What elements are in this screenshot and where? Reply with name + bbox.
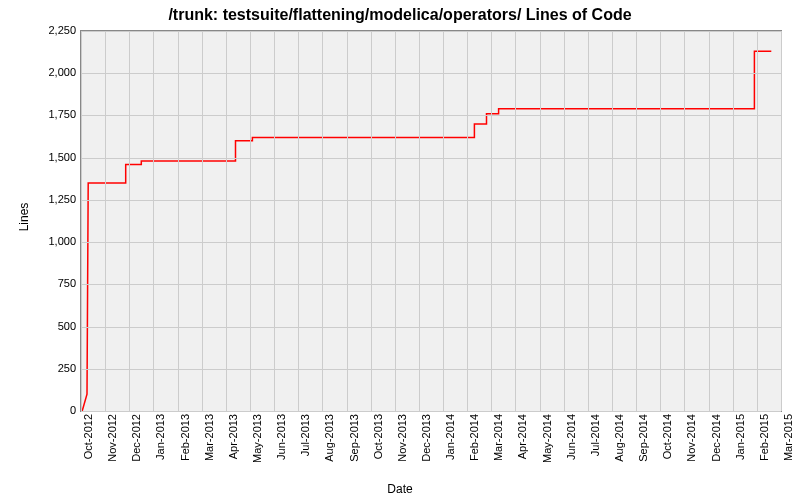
y-tick: 2,000: [26, 66, 76, 78]
y-tick: 1,750: [26, 108, 76, 120]
grid-line-h: [81, 327, 781, 328]
grid-line-h: [81, 115, 781, 116]
x-tick: Mar-2015: [782, 414, 794, 474]
grid-line-v: [105, 31, 106, 411]
grid-line-h: [81, 369, 781, 370]
chart-title: /trunk: testsuite/flattening/modelica/op…: [0, 6, 800, 24]
loc-chart: /trunk: testsuite/flattening/modelica/op…: [0, 0, 800, 500]
y-tick: 1,000: [26, 235, 76, 247]
x-tick: Mar-2014: [492, 414, 504, 474]
y-axis-label: Lines: [17, 203, 31, 232]
x-tick: Apr-2014: [516, 414, 528, 474]
x-tick: Jan-2014: [444, 414, 456, 474]
grid-line-v: [178, 31, 179, 411]
grid-line-v: [515, 31, 516, 411]
x-tick: Feb-2015: [758, 414, 770, 474]
grid-line-v: [153, 31, 154, 411]
y-tick: 2,250: [26, 24, 76, 36]
y-tick: 1,250: [26, 193, 76, 205]
x-tick: Feb-2014: [468, 414, 480, 474]
x-tick: Jan-2015: [734, 414, 746, 474]
grid-line-v: [612, 31, 613, 411]
x-tick: Oct-2012: [82, 414, 94, 474]
grid-line-h: [81, 31, 781, 32]
grid-line-v: [781, 31, 782, 411]
grid-line-v: [202, 31, 203, 411]
grid-line-v: [129, 31, 130, 411]
grid-line-v: [467, 31, 468, 411]
grid-line-h: [81, 200, 781, 201]
x-tick: Apr-2013: [227, 414, 239, 474]
grid-line-v: [298, 31, 299, 411]
grid-line-v: [588, 31, 589, 411]
grid-line-v: [733, 31, 734, 411]
grid-line-v: [636, 31, 637, 411]
x-tick: Sep-2014: [637, 414, 649, 474]
x-tick: Jul-2013: [299, 414, 311, 474]
y-tick: 750: [26, 277, 76, 289]
grid-line-v: [757, 31, 758, 411]
x-tick: Nov-2014: [685, 414, 697, 474]
x-tick: Jun-2013: [275, 414, 287, 474]
y-tick: 250: [26, 362, 76, 374]
x-tick: Aug-2014: [613, 414, 625, 474]
x-tick: Jul-2014: [589, 414, 601, 474]
x-tick: Feb-2013: [179, 414, 191, 474]
x-tick: Mar-2013: [203, 414, 215, 474]
grid-line-v: [274, 31, 275, 411]
x-tick: Nov-2013: [396, 414, 408, 474]
x-tick: May-2013: [251, 414, 263, 474]
grid-line-v: [347, 31, 348, 411]
x-tick: Dec-2013: [420, 414, 432, 474]
plot-area: [80, 30, 782, 412]
grid-line-v: [250, 31, 251, 411]
x-tick: Oct-2013: [372, 414, 384, 474]
grid-line-v: [709, 31, 710, 411]
x-tick: Sep-2013: [348, 414, 360, 474]
grid-line-v: [81, 31, 82, 411]
grid-line-v: [371, 31, 372, 411]
y-tick: 1,500: [26, 151, 76, 163]
grid-line-v: [226, 31, 227, 411]
x-tick: Nov-2012: [106, 414, 118, 474]
x-axis-label: Date: [0, 482, 800, 496]
grid-line-v: [322, 31, 323, 411]
x-tick: May-2014: [541, 414, 553, 474]
grid-line-h: [81, 411, 781, 412]
grid-line-h: [81, 284, 781, 285]
x-tick: Jun-2014: [565, 414, 577, 474]
grid-line-v: [443, 31, 444, 411]
data-line: [81, 31, 781, 411]
y-tick: 500: [26, 320, 76, 332]
grid-line-v: [564, 31, 565, 411]
x-tick: Jan-2013: [154, 414, 166, 474]
grid-line-v: [660, 31, 661, 411]
grid-line-h: [81, 73, 781, 74]
grid-line-v: [684, 31, 685, 411]
x-tick: Dec-2012: [130, 414, 142, 474]
x-tick: Oct-2014: [661, 414, 673, 474]
x-tick: Aug-2013: [323, 414, 335, 474]
grid-line-v: [419, 31, 420, 411]
grid-line-h: [81, 242, 781, 243]
grid-line-h: [81, 158, 781, 159]
grid-line-v: [395, 31, 396, 411]
y-tick: 0: [26, 404, 76, 416]
grid-line-v: [491, 31, 492, 411]
grid-line-v: [540, 31, 541, 411]
x-tick: Dec-2014: [710, 414, 722, 474]
